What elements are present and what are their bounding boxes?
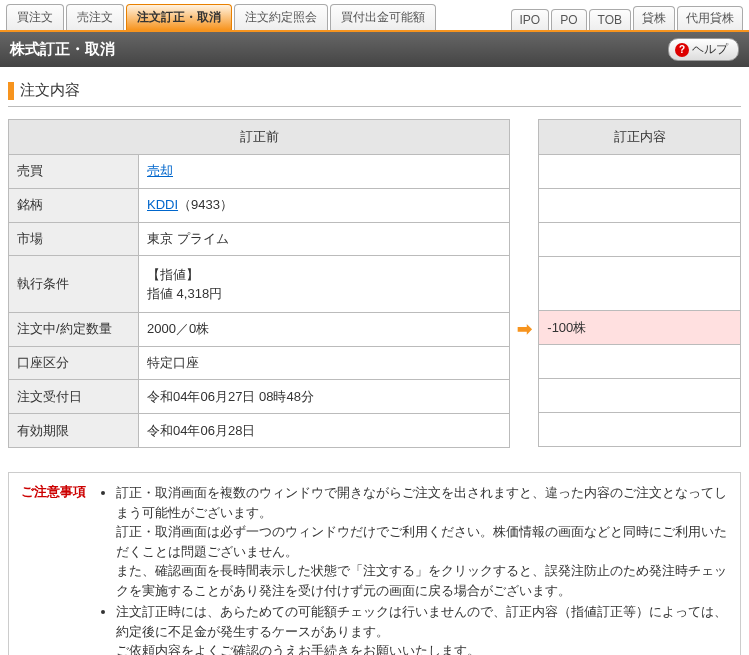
tab-bar: 買注文 売注文 注文訂正・取消 注文約定照会 買付出金可能額 IPO PO TO… — [0, 0, 749, 30]
table-row: 注文中/約定数量2000／0株 — [9, 312, 510, 346]
tab-ipo[interactable]: IPO — [511, 9, 550, 30]
change-header: 訂正内容 — [539, 120, 741, 155]
table-row — [539, 155, 741, 189]
table-row: 市場東京 プライム — [9, 222, 510, 256]
table-row: 執行条件【指値】指値 4,318円 — [9, 256, 510, 313]
tab-po[interactable]: PO — [551, 9, 586, 30]
before-table: 訂正前 売買売却 銘柄KDDI（9433） 市場東京 プライム 執行条件【指値】… — [8, 119, 510, 448]
table-row — [539, 223, 741, 257]
notice-list: 訂正・取消画面を複数のウィンドウで開きながらご注文を出されますと、違った内容のご… — [98, 483, 728, 655]
table-row: 銘柄KDDI（9433） — [9, 188, 510, 222]
table-row — [539, 379, 741, 413]
page-title: 株式訂正・取消 — [10, 40, 115, 59]
help-button[interactable]: ? ヘルプ — [668, 38, 739, 61]
table-row: 売買売却 — [9, 155, 510, 189]
stock-link[interactable]: KDDI — [147, 197, 178, 212]
table-row: -100株 — [539, 311, 741, 345]
tab-lending[interactable]: 貸株 — [633, 6, 675, 30]
table-row: 口座区分特定口座 — [9, 346, 510, 380]
tab-sub-lending[interactable]: 代用貸株 — [677, 6, 743, 30]
tab-order-inquiry[interactable]: 注文約定照会 — [234, 4, 328, 30]
list-item: 訂正・取消画面を複数のウィンドウで開きながらご注文を出されますと、違った内容のご… — [116, 483, 728, 600]
section-header: 注文内容 — [8, 81, 741, 100]
change-table: 訂正内容 -100株 — [538, 119, 741, 447]
tab-tob[interactable]: TOB — [589, 9, 631, 30]
table-row — [539, 345, 741, 379]
arrow-column: ➡ — [518, 119, 530, 448]
help-icon: ? — [675, 43, 689, 57]
title-bar: 株式訂正・取消 ? ヘルプ — [0, 30, 749, 67]
quantity-change-cell: -100株 — [539, 311, 741, 345]
table-row: 有効期限令和04年06月28日 — [9, 414, 510, 448]
notice-label: ご注意事項 — [21, 483, 86, 655]
tab-modify-cancel[interactable]: 注文訂正・取消 — [126, 4, 232, 30]
table-row — [539, 189, 741, 223]
table-row: 注文受付日令和04年06月27日 08時48分 — [9, 380, 510, 414]
before-header: 訂正前 — [9, 120, 510, 155]
notice-box: ご注意事項 訂正・取消画面を複数のウィンドウで開きながらご注文を出されますと、違… — [8, 472, 741, 655]
tab-buy[interactable]: 買注文 — [6, 4, 64, 30]
table-row — [539, 413, 741, 447]
arrow-icon: ➡ — [517, 318, 532, 340]
trade-type-link[interactable]: 売却 — [147, 163, 173, 178]
list-item: 注文訂正時には、あらためての可能額チェックは行いませんので、訂正内容（指値訂正等… — [116, 602, 728, 655]
tab-available-amount[interactable]: 買付出金可能額 — [330, 4, 436, 30]
table-row — [539, 257, 741, 311]
tab-sell[interactable]: 売注文 — [66, 4, 124, 30]
